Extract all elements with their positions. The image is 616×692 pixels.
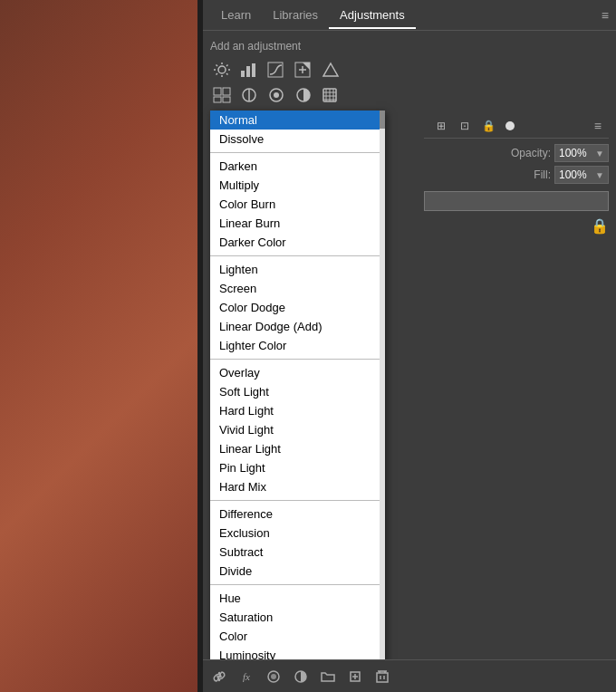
fill-label: Fill:	[424, 168, 554, 181]
blend-scrollbar[interactable]	[380, 111, 385, 665]
blend-item-darken[interactable]: Darken	[210, 157, 385, 176]
blend-item-exclusion[interactable]: Exclusion	[210, 524, 385, 543]
blend-item-pin-light[interactable]: Pin Light	[210, 458, 385, 477]
fx-icon[interactable]: fx	[236, 666, 257, 687]
blend-scrollbar-thumb[interactable]	[380, 111, 385, 129]
hue-saturation-icon[interactable]	[237, 85, 261, 105]
tab-adjustments[interactable]: Adjustments	[329, 3, 416, 29]
delete-layer-icon[interactable]	[371, 666, 393, 687]
svg-marker-17	[323, 63, 338, 76]
image-canvas	[0, 0, 197, 692]
blend-item-dissolve[interactable]: Dissolve	[210, 130, 385, 149]
opacity-row: Opacity: 100% ▼	[424, 144, 609, 162]
add-mask-icon[interactable]	[263, 666, 284, 687]
svg-rect-9	[241, 71, 245, 77]
layers-icons-row: ⊞ ⊡ 🔒 ≡	[424, 114, 609, 139]
svg-line-7	[226, 65, 228, 67]
blend-item-multiply[interactable]: Multiply	[210, 176, 385, 195]
tab-menu-icon[interactable]: ≡	[602, 8, 609, 23]
blend-item-vivid-light[interactable]: Vivid Light	[210, 420, 385, 439]
lock-indicator: 🔒	[591, 217, 609, 235]
tab-libraries[interactable]: Libraries	[262, 3, 329, 27]
opacity-arrow: ▼	[595, 149, 604, 159]
svg-marker-16	[303, 62, 310, 70]
blend-item-overlay[interactable]: Overlay	[210, 363, 385, 382]
photo-filter-icon[interactable]	[319, 85, 342, 105]
blend-item-linear-dodge[interactable]: Linear Dodge (Add)	[210, 317, 385, 336]
icon-row-2	[210, 85, 609, 105]
separator-1	[210, 152, 385, 153]
lock-icon[interactable]: 🔒	[478, 118, 498, 134]
blend-item-color[interactable]: Color	[210, 627, 385, 646]
blend-item-darker-color[interactable]: Darker Color	[210, 233, 385, 252]
black-white-icon[interactable]	[292, 85, 315, 105]
fill-arrow: ▼	[595, 170, 604, 180]
panel-menu-icon[interactable]: ≡	[594, 119, 602, 133]
fill-number: 100%	[559, 168, 587, 181]
blend-mode-dropdown[interactable]: Normal Dissolve Darken Multiply Color Bu…	[210, 111, 385, 665]
blend-item-difference[interactable]: Difference	[210, 505, 385, 524]
svg-line-5	[217, 65, 218, 67]
opacity-number: 100%	[559, 147, 587, 159]
tab-learn[interactable]: Learn	[210, 3, 262, 27]
bottom-toolbar: fx	[203, 659, 616, 692]
svg-rect-40	[377, 673, 388, 682]
svg-rect-21	[223, 97, 230, 102]
add-adjustment-label: Add an adjustment	[210, 40, 609, 53]
exposure-icon[interactable]	[292, 60, 315, 80]
blend-item-lighten[interactable]: Lighten	[210, 260, 385, 279]
blend-item-subtract[interactable]: Subtract	[210, 543, 385, 562]
tab-bar: Learn Libraries Adjustments ≡	[203, 0, 616, 31]
adjustment-icon[interactable]	[290, 666, 312, 687]
svg-point-25	[274, 92, 279, 98]
blend-item-divide[interactable]: Divide	[210, 562, 385, 581]
opacity-label: Opacity:	[424, 147, 554, 159]
fill-row: Fill: 100% ▼	[424, 166, 609, 184]
levels-icon[interactable]	[237, 60, 261, 80]
separator-4	[210, 500, 385, 501]
separator-2	[210, 255, 385, 256]
blend-item-soft-light[interactable]: Soft Light	[210, 382, 385, 401]
separator-3	[210, 359, 385, 360]
blend-item-hard-mix[interactable]: Hard Mix	[210, 477, 385, 496]
blend-item-color-dodge[interactable]: Color Dodge	[210, 298, 385, 317]
hdr-toning-icon[interactable]	[210, 85, 234, 105]
opacity-fill-panel: ⊞ ⊡ 🔒 ≡ Opacity: 100% ▼ Fill: 100% ▼ 🔒	[417, 109, 616, 216]
main-panel: Learn Libraries Adjustments ≡ Add an adj…	[203, 0, 616, 692]
folder-icon[interactable]	[317, 666, 339, 687]
svg-line-6	[226, 73, 228, 75]
transform-icon[interactable]: ⊡	[455, 118, 475, 134]
color-balance-icon[interactable]	[265, 85, 288, 105]
svg-point-35	[271, 674, 276, 679]
svg-rect-10	[246, 66, 250, 77]
blend-item-screen[interactable]: Screen	[210, 279, 385, 298]
svg-rect-20	[214, 97, 221, 102]
blend-item-saturation[interactable]: Saturation	[210, 608, 385, 627]
brightness-icon[interactable]	[210, 60, 234, 80]
blend-item-normal[interactable]: Normal	[210, 111, 385, 130]
svg-line-8	[217, 73, 218, 75]
blend-item-lighter-color[interactable]: Lighter Color	[210, 336, 385, 355]
link-icon[interactable]: ⊞	[431, 118, 451, 134]
link-layers-icon[interactable]	[208, 666, 230, 687]
layer-dot	[505, 121, 515, 130]
icon-row-1	[210, 60, 609, 80]
svg-rect-18	[214, 88, 221, 95]
separator-5	[210, 584, 385, 585]
gradient-map-icon[interactable]	[319, 60, 342, 80]
new-layer-icon[interactable]	[344, 666, 366, 687]
fill-value[interactable]: 100% ▼	[554, 166, 609, 184]
svg-rect-11	[252, 63, 255, 77]
blend-item-color-burn[interactable]: Color Burn	[210, 195, 385, 214]
blend-item-linear-burn[interactable]: Linear Burn	[210, 214, 385, 233]
layer-name-area[interactable]	[424, 191, 609, 211]
svg-point-0	[218, 66, 226, 73]
blend-item-hard-light[interactable]: Hard Light	[210, 401, 385, 420]
svg-rect-19	[223, 88, 230, 95]
blend-item-hue[interactable]: Hue	[210, 589, 385, 608]
blend-item-linear-light[interactable]: Linear Light	[210, 439, 385, 458]
curves-icon[interactable]	[265, 60, 288, 80]
opacity-value[interactable]: 100% ▼	[554, 144, 609, 162]
